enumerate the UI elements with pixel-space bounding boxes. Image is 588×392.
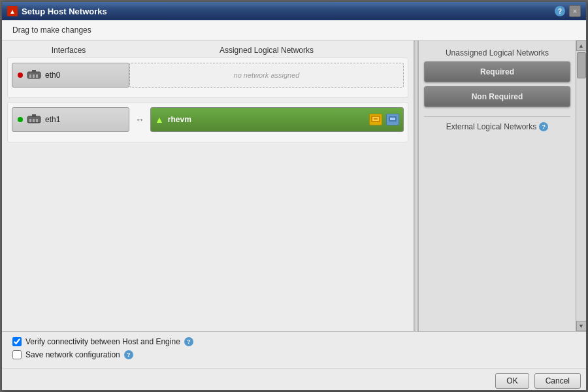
save-network-row: Save network configuration ? — [12, 350, 576, 359]
title-bar: ▲ Setup Host Networks ? × — [2, 2, 586, 20]
svg-rect-6 — [29, 119, 31, 122]
scrollbar: ▲ ▼ — [576, 41, 586, 331]
network-badge-1 — [369, 114, 382, 125]
save-network-checkbox[interactable] — [12, 350, 22, 359]
verify-connectivity-label: Verify connectivity between Host and Eng… — [25, 337, 180, 346]
unassigned-label: Unassigned Logical Networks — [424, 48, 570, 57]
nic-icon-eth0 — [27, 69, 41, 81]
svg-rect-9 — [32, 114, 36, 117]
save-help-icon[interactable]: ? — [124, 350, 133, 359]
verify-connectivity-checkbox[interactable] — [12, 337, 22, 346]
status-dot-eth0 — [18, 73, 23, 78]
panel-divider — [414, 41, 419, 331]
required-button[interactable]: Required — [424, 61, 570, 82]
verify-connectivity-row: Verify connectivity between Host and Eng… — [12, 337, 576, 346]
no-network-label: no network assigned — [234, 71, 300, 79]
svg-rect-14 — [390, 118, 395, 120]
eth1-assigned-network[interactable]: ▲ rhevm — [150, 107, 404, 132]
scroll-down-arrow[interactable]: ▼ — [576, 321, 587, 331]
main-content: Interfaces Assigned Logical Networks — [2, 41, 586, 331]
non-required-button[interactable]: Non Required — [424, 86, 570, 107]
svg-rect-8 — [36, 119, 38, 122]
scroll-track — [576, 51, 586, 321]
nic-icon-eth1 — [27, 114, 41, 125]
scroll-thumb[interactable] — [577, 52, 586, 78]
svg-rect-2 — [33, 74, 35, 78]
setup-host-networks-dialog: ▲ Setup Host Networks ? × Drag to make c… — [1, 1, 587, 391]
external-section: External Logical Networks ? — [424, 116, 570, 131]
verify-help-icon[interactable]: ? — [184, 337, 193, 346]
eth0-assigned-area[interactable]: no network assigned — [129, 63, 404, 88]
save-network-label: Save network configuration — [25, 350, 120, 359]
eth1-label: eth1 — [45, 115, 60, 124]
external-logical-networks-label: External Logical Networks — [446, 122, 537, 131]
title-help-icon[interactable]: ? — [555, 6, 565, 16]
svg-rect-12 — [374, 118, 378, 120]
svg-rect-1 — [29, 74, 31, 78]
left-panel: Interfaces Assigned Logical Networks — [2, 41, 414, 331]
app-icon: ▲ — [7, 6, 18, 16]
interface-eth1[interactable]: eth1 — [12, 107, 129, 132]
cancel-button[interactable]: Cancel — [534, 373, 581, 389]
svg-rect-4 — [32, 70, 36, 73]
bottom-bar: Verify connectivity between Host and Eng… — [2, 331, 586, 368]
columns-header: Interfaces Assigned Logical Networks — [7, 46, 408, 55]
eth0-label: eth0 — [45, 71, 60, 80]
external-help-icon[interactable]: ? — [539, 122, 548, 131]
action-bar: OK Cancel — [2, 368, 586, 390]
network-row-eth1: eth1 ↔ ▲ rhevm — [7, 102, 408, 142]
col-header-interfaces: Interfaces — [10, 46, 127, 55]
rhevm-network-label: rhevm — [168, 115, 365, 124]
dialog-title: Setup Host Networks — [22, 7, 551, 16]
network-up-arrow: ▲ — [155, 114, 164, 125]
ok-button[interactable]: OK — [495, 373, 529, 389]
interface-eth0[interactable]: eth0 — [12, 63, 129, 88]
arrow-connector-eth1: ↔ — [129, 114, 150, 125]
status-dot-eth1 — [18, 117, 23, 122]
drag-hint: Drag to make changes — [2, 20, 586, 41]
svg-rect-7 — [33, 119, 35, 122]
svg-rect-3 — [36, 74, 38, 78]
network-row-eth0: eth0 no network assigned — [7, 57, 408, 98]
close-button[interactable]: × — [569, 5, 581, 17]
right-panel: Unassigned Logical Networks Required Non… — [419, 41, 576, 331]
col-header-assigned: Assigned Logical Networks — [127, 46, 406, 55]
network-badge-2 — [386, 114, 399, 125]
scroll-up-arrow[interactable]: ▲ — [576, 41, 587, 51]
